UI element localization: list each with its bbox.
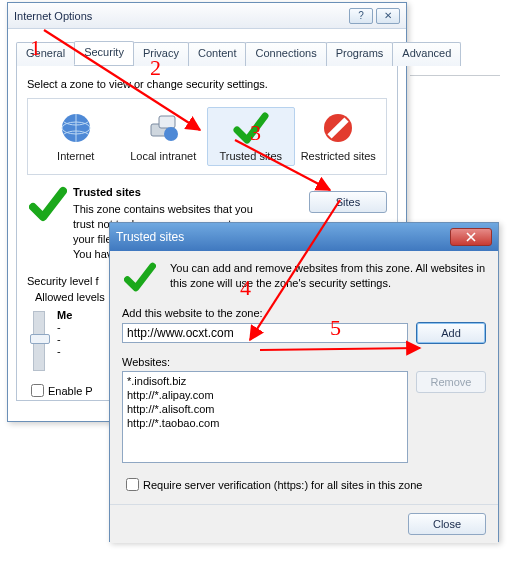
zone-list: Internet Local intranet Trusted sites (27, 98, 387, 175)
require-https-checkbox[interactable]: Require server verification (https:) for… (122, 475, 422, 494)
trusted-check-icon (233, 110, 269, 146)
tab-connections[interactable]: Connections (245, 42, 326, 66)
trusted-sites-dialog-title: Trusted sites (116, 230, 450, 244)
websites-listbox[interactable]: *.indisoft.biz http://*.alipay.com http:… (122, 371, 408, 463)
websites-label: Websites: (122, 356, 486, 368)
zone-internet[interactable]: Internet (32, 107, 120, 166)
svg-rect-3 (159, 116, 175, 128)
zone-prompt: Select a zone to view or change security… (27, 78, 387, 90)
add-button[interactable]: Add (416, 322, 486, 344)
trusted-sites-titlebar[interactable]: Trusted sites (110, 223, 498, 251)
trusted-sites-dialog: Trusted sites You can add and remove web… (109, 222, 499, 542)
tab-programs[interactable]: Programs (326, 42, 394, 66)
zone-trusted-sites-label: Trusted sites (210, 150, 292, 163)
remove-button[interactable]: Remove (416, 371, 486, 393)
enable-protected-label: Enable P (48, 385, 93, 397)
internet-options-title: Internet Options (14, 10, 346, 22)
restricted-icon (320, 110, 356, 146)
enable-protected-input[interactable] (31, 384, 44, 397)
website-item[interactable]: http://*.taobao.com (125, 416, 405, 430)
close-icon (466, 232, 476, 242)
trusted-sites-heading: Trusted sites (73, 185, 254, 200)
require-https-label: Require server verification (https:) for… (143, 479, 422, 491)
slider-thumb[interactable] (30, 334, 50, 344)
website-item[interactable]: http://*.alisoft.com (125, 402, 405, 416)
zone-local-intranet[interactable]: Local intranet (120, 107, 208, 166)
tab-content[interactable]: Content (188, 42, 247, 66)
tab-privacy[interactable]: Privacy (133, 42, 189, 66)
trusted-sites-intro: You can add and remove websites from thi… (170, 261, 486, 293)
intranet-icon (145, 110, 181, 146)
zone-local-intranet-label: Local intranet (123, 150, 205, 163)
tab-advanced[interactable]: Advanced (392, 42, 461, 66)
trusted-sites-close-footer-button[interactable]: Close (408, 513, 486, 535)
internet-options-titlebar[interactable]: Internet Options ? ✕ (8, 3, 406, 29)
sites-button[interactable]: Sites (309, 191, 387, 213)
globe-icon (58, 110, 94, 146)
tab-strip: General Security Privacy Content Connect… (16, 41, 398, 66)
website-item[interactable]: *.indisoft.biz (125, 374, 405, 388)
add-website-label: Add this website to the zone: (122, 307, 486, 319)
trusted-check-icon (124, 261, 156, 293)
trusted-sites-close-button[interactable] (450, 228, 492, 246)
svg-point-4 (164, 127, 178, 141)
tab-general[interactable]: General (16, 42, 75, 66)
big-check-icon (29, 185, 67, 223)
zone-restricted-sites-label: Restricted sites (298, 150, 380, 163)
require-https-input[interactable] (126, 478, 139, 491)
help-button[interactable]: ? (349, 8, 373, 24)
close-button[interactable]: ✕ (376, 8, 400, 24)
tab-security[interactable]: Security (74, 41, 134, 65)
enable-protected-checkbox[interactable]: Enable P (27, 381, 93, 400)
zone-trusted-sites[interactable]: Trusted sites (207, 107, 295, 166)
background-divider (410, 75, 500, 76)
trusted-sites-desc-1: This zone contains websites that you (73, 202, 254, 217)
add-website-input[interactable] (122, 323, 408, 343)
zone-internet-label: Internet (35, 150, 117, 163)
website-item[interactable]: http://*.alipay.com (125, 388, 405, 402)
security-level-slider[interactable] (33, 311, 45, 371)
zone-restricted-sites[interactable]: Restricted sites (295, 107, 383, 166)
